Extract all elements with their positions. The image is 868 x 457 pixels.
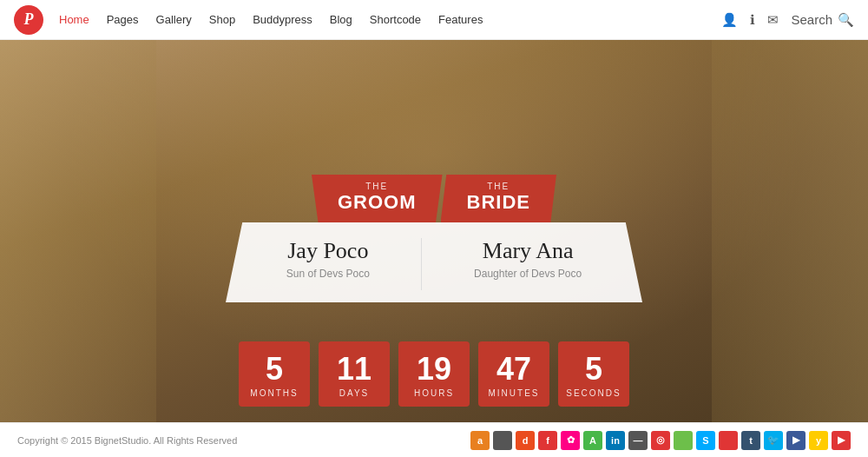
ribbon-bride: THE BRIDE xyxy=(441,175,556,222)
yahoo-icon[interactable]: y xyxy=(809,431,828,450)
countdown-label: SECONDS xyxy=(565,388,622,398)
nav-shortcode[interactable]: Shortcode xyxy=(370,13,421,26)
mail-icon[interactable]: ✉ xyxy=(767,12,779,28)
dash-icon[interactable]: — xyxy=(628,431,648,450)
bride-subtitle: Daughter of Devs Poco xyxy=(474,268,582,280)
groom-subtitle: Sun of Devs Poco xyxy=(286,268,370,280)
bride-name: Mary Ana xyxy=(474,238,582,264)
countdown-label: MINUTES xyxy=(485,388,542,398)
tumblr-icon[interactable]: t xyxy=(741,431,760,450)
hero-column-right xyxy=(712,40,868,422)
skype-icon[interactable]: S xyxy=(696,431,715,450)
ribbon-bride-name: BRIDE xyxy=(467,191,530,214)
rss-icon[interactable]: f xyxy=(538,431,557,450)
nav-blog[interactable]: Blog xyxy=(330,13,352,26)
flickr-icon[interactable]: ✿ xyxy=(561,431,580,450)
countdown-num: 47 xyxy=(485,354,542,385)
ribbon-groom-name: GROOM xyxy=(338,191,417,214)
groom-name: Jay Poco xyxy=(286,238,370,264)
countdown-box-months: 5 MONTHS xyxy=(239,341,310,407)
hero-section: THE GROOM THE BRIDE Jay Poco Sun of Devs… xyxy=(0,40,868,422)
name-divider xyxy=(421,238,422,290)
nav-features[interactable]: Features xyxy=(438,13,483,26)
youtube-icon[interactable]: ▶ xyxy=(832,431,851,450)
social-icon[interactable] xyxy=(719,431,738,450)
search-label: Search xyxy=(791,12,832,27)
ribbon-bride-the: THE xyxy=(487,182,510,191)
ribbon-row: THE GROOM THE BRIDE xyxy=(226,175,642,222)
nav-home[interactable]: Home xyxy=(59,13,89,26)
nav-buddypress[interactable]: Buddypress xyxy=(253,13,312,26)
logo[interactable]: P xyxy=(14,5,43,35)
nav-shop[interactable]: Shop xyxy=(209,13,235,26)
nav-pages[interactable]: Pages xyxy=(107,13,139,26)
footer: Copyright © 2015 BignetStudio. All Right… xyxy=(0,422,868,457)
groom-block: Jay Poco Sun of Devs Poco xyxy=(286,238,370,280)
nav-links: Home Pages Gallery Shop Buddypress Blog … xyxy=(59,13,721,26)
amazon-icon[interactable]: a xyxy=(470,431,490,450)
info-icon[interactable]: ℹ xyxy=(750,12,755,28)
navbar-action-icons: 👤 ℹ ✉ xyxy=(721,12,779,28)
countdown-box-seconds: 5 SECONDS xyxy=(558,341,629,407)
countdown: 5 MONTHS 11 DAYS 19 HOURS 47 MINUTES 5 S… xyxy=(239,341,629,407)
countdown-box-minutes: 47 MINUTES xyxy=(478,341,549,407)
countdown-label: MONTHS xyxy=(246,388,303,398)
search-icon[interactable]: 🔍 xyxy=(838,12,854,28)
nav-gallery[interactable]: Gallery xyxy=(156,13,192,26)
ribbon-groom: THE GROOM xyxy=(312,175,443,222)
linkedin-icon[interactable]: in xyxy=(606,431,625,450)
user-icon[interactable]: 👤 xyxy=(721,12,738,28)
twitter-icon[interactable]: 🐦 xyxy=(764,431,783,450)
countdown-num: 19 xyxy=(405,354,463,385)
countdown-label: HOURS xyxy=(405,388,463,398)
countdown-label: DAYS xyxy=(326,388,383,398)
feather-icon[interactable]: A xyxy=(583,431,602,450)
names-plate: Jay Poco Sun of Devs Poco Mary Ana Daugh… xyxy=(226,222,642,302)
digg-icon[interactable]: d xyxy=(516,431,535,450)
rss2-icon[interactable]: ◎ xyxy=(651,431,670,450)
names-banner: THE GROOM THE BRIDE Jay Poco Sun of Devs… xyxy=(226,175,642,302)
hero-column-left xyxy=(0,40,156,422)
ribbon-groom-the: THE xyxy=(365,182,388,191)
navbar: P Home Pages Gallery Shop Buddypress Blo… xyxy=(0,0,868,40)
countdown-box-hours: 19 HOURS xyxy=(398,341,470,407)
apple-icon[interactable] xyxy=(493,431,512,450)
logo-letter: P xyxy=(24,10,34,29)
social-icons: adf✿Ain—◎St🐦▶y▶ xyxy=(470,431,851,450)
countdown-num: 5 xyxy=(246,354,303,385)
bride-block: Mary Ana Daughter of Devs Poco xyxy=(474,238,582,280)
vimeo-icon[interactable]: ▶ xyxy=(786,431,806,450)
countdown-box-days: 11 DAYS xyxy=(319,341,390,407)
search-area: Search 🔍 xyxy=(791,12,854,28)
countdown-num: 5 xyxy=(565,354,622,385)
copyright: Copyright © 2015 BignetStudio. All Right… xyxy=(17,435,237,446)
countdown-num: 11 xyxy=(326,354,383,385)
leaf-icon[interactable] xyxy=(674,431,693,450)
